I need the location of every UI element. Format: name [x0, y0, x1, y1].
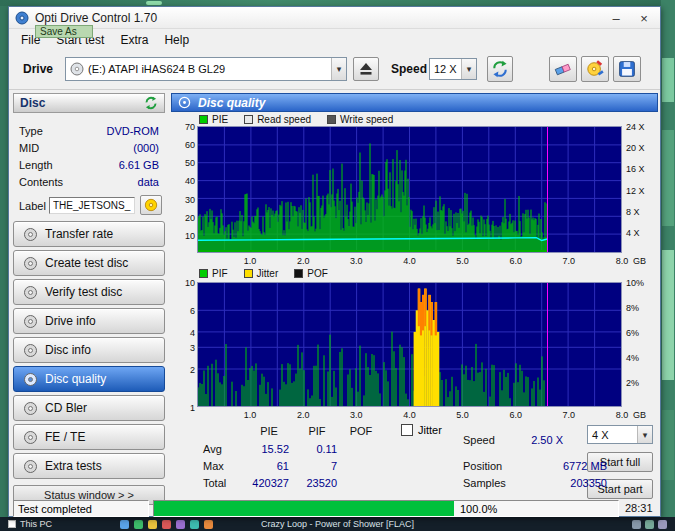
save-button[interactable] [613, 56, 641, 82]
speed-axis-tick: 12 X [626, 186, 645, 196]
x-axis-tick: 3.0 [350, 256, 363, 266]
taskbar-icon[interactable] [134, 520, 143, 529]
checkbox-icon[interactable] [401, 424, 413, 436]
jitter-axis-tick: 10% [626, 278, 644, 288]
eject-icon [358, 62, 374, 76]
tray-icon[interactable] [632, 520, 641, 529]
extra-tests-icon [23, 459, 38, 474]
pif-chart [197, 282, 622, 407]
x-axis-tick: 8.0 [616, 256, 629, 266]
progress-fill [154, 501, 454, 516]
tools-button[interactable] [581, 56, 609, 82]
sidebar-button-transfer-rate[interactable]: Transfer rate [13, 221, 165, 247]
scan-speed-select[interactable]: 4 X ▾ [587, 425, 653, 444]
pie-axis-tick: 10 [185, 231, 195, 241]
eject-button[interactable] [353, 57, 379, 81]
taskbar-icon[interactable] [176, 520, 185, 529]
refresh-icon [491, 60, 509, 78]
jitter-axis-tick: 2% [626, 378, 639, 388]
disc-info-icon [23, 343, 38, 358]
dropdown-arrow-icon[interactable]: ▾ [637, 426, 652, 443]
title-bar[interactable]: Opti Drive Control 1.70 – × [9, 7, 660, 29]
sidebar-button-cd-bler[interactable]: CD Bler [13, 395, 165, 421]
this-pc-label: This PC [20, 519, 52, 529]
tray-icon[interactable] [645, 520, 654, 529]
status-text: Test completed [14, 503, 92, 515]
background-save-as-window: Save As [35, 25, 93, 38]
pie-chart [197, 126, 622, 253]
x-axis-tick: 2.0 [297, 410, 310, 420]
pie-axis-tick: 20 [185, 213, 195, 223]
tray-icon[interactable] [658, 520, 667, 529]
menu-extra[interactable]: Extra [112, 32, 156, 48]
sidebar-button-extra-tests[interactable]: Extra tests [13, 453, 165, 479]
position-label: Position [463, 460, 502, 472]
x-axis-tick: 6.0 [509, 256, 522, 266]
pif-axis-tick: 1 [190, 403, 195, 413]
x-axis-tick: 7.0 [563, 256, 576, 266]
drive-select[interactable]: (E:) ATAPI iHAS624 B GL29 ▾ [65, 57, 347, 81]
stat-total-pie: 420327 [252, 477, 289, 489]
sidebar-button-label: Disc quality [45, 372, 106, 386]
sidebar-button-create-test-disc[interactable]: Create test disc [13, 250, 165, 276]
taskbar-icon[interactable] [204, 520, 213, 529]
create-test-disc-icon [23, 256, 38, 271]
pif-axis-tick: 6 [190, 306, 195, 316]
sidebar-button-label: Disc info [45, 343, 91, 357]
speed-select[interactable]: 12 X ▾ [429, 58, 477, 80]
erase-disc-button[interactable] [549, 56, 577, 82]
taskbar-icon[interactable] [148, 520, 157, 529]
jitter-axis-tick: 8% [626, 303, 639, 313]
dropdown-arrow-icon[interactable]: ▾ [331, 58, 346, 80]
stat-column-pof: POF [350, 425, 373, 437]
taskbar-song[interactable]: Crazy Loop - Power of Shower [FLAC] [261, 519, 414, 529]
sidebar-button-drive-info[interactable]: Drive info [13, 308, 165, 334]
taskbar-icon[interactable] [162, 520, 171, 529]
taskbar-this-pc[interactable]: This PC [8, 519, 52, 529]
disc-label-input[interactable] [49, 197, 135, 214]
drive-info-icon [23, 314, 38, 329]
label-caption: Label [19, 200, 46, 212]
label-edit-button[interactable] [140, 195, 162, 215]
samples-value: 203350 [570, 477, 607, 489]
desktop-left-strip [0, 6, 8, 517]
sidebar-button-fe-te[interactable]: FE / TE [13, 424, 165, 450]
sidebar-button-label: Extra tests [45, 459, 102, 473]
system-tray[interactable] [632, 520, 667, 529]
app-window: Opti Drive Control 1.70 – × Save As File… [8, 6, 661, 517]
speed-select-value: 12 X [434, 63, 457, 75]
sidebar-button-verify-test-disc[interactable]: Verify test disc [13, 279, 165, 305]
drive-value: (E:) ATAPI iHAS624 B GL29 [88, 63, 225, 75]
taskbar-icon[interactable] [190, 520, 199, 529]
x-axis-unit: GB [633, 256, 646, 266]
legend-swatch [327, 115, 336, 124]
dropdown-arrow-icon[interactable]: ▾ [461, 59, 476, 79]
background-window-block [662, 410, 674, 480]
sidebar-button-label: Create test disc [45, 256, 128, 270]
stat-avg-pie: 15.52 [261, 443, 289, 455]
progress-percent: 100.0% [460, 503, 497, 515]
close-button[interactable]: × [630, 11, 658, 26]
taskbar-icon[interactable] [120, 520, 129, 529]
minimize-button[interactable]: – [602, 11, 630, 26]
sidebar-button-label: Transfer rate [45, 227, 113, 241]
taskbar[interactable]: This PC Crazy Loop - Power of Shower [FL… [0, 517, 675, 531]
disc-info-row-contents: Contentsdata [13, 173, 165, 190]
sidebar-button-disc-quality[interactable]: Disc quality [13, 366, 165, 392]
disc-info-row-mid: MID(000) [13, 139, 165, 156]
stat-column-pie: PIE [260, 425, 278, 437]
jitter-checkbox[interactable]: Jitter [401, 424, 442, 436]
stat-max-pif: 7 [331, 460, 337, 472]
refresh-button[interactable] [487, 56, 513, 82]
disc-tools-icon [586, 60, 604, 78]
sidebar-button-label: CD Bler [45, 401, 87, 415]
elapsed-time: 28:31 [625, 502, 653, 514]
x-axis-tick: 4.0 [403, 410, 416, 420]
speed-axis-tick: 4 X [626, 228, 640, 238]
rescan-disc-icon[interactable] [144, 96, 158, 110]
sidebar-button-disc-info[interactable]: Disc info [13, 337, 165, 363]
menu-help[interactable]: Help [156, 32, 197, 48]
legend-write-speed: Write speed [327, 114, 393, 125]
disc-quality-header: Disc quality [171, 93, 658, 112]
legend-bottom: PIFJitterPOF [199, 268, 328, 279]
